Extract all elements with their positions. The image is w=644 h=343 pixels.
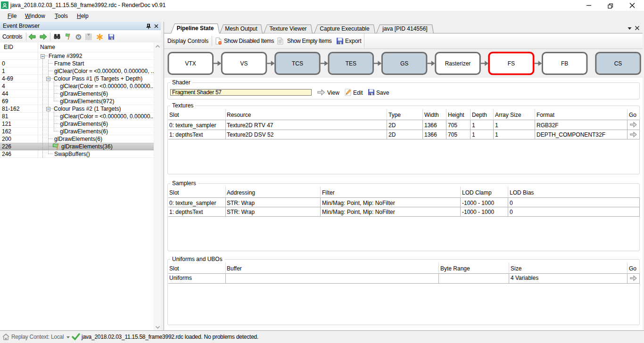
svg-text:VS: VS xyxy=(240,60,248,67)
svg-text:Rasterizer: Rasterizer xyxy=(445,60,471,67)
svg-text:GS: GS xyxy=(400,60,408,67)
svg-text:FB: FB xyxy=(561,60,568,67)
svg-text:TCS: TCS xyxy=(292,60,303,67)
svg-text:FS: FS xyxy=(508,60,515,67)
svg-text:TES: TES xyxy=(346,60,356,67)
svg-text:VTX: VTX xyxy=(185,60,196,67)
svg-text:CS: CS xyxy=(614,60,622,67)
